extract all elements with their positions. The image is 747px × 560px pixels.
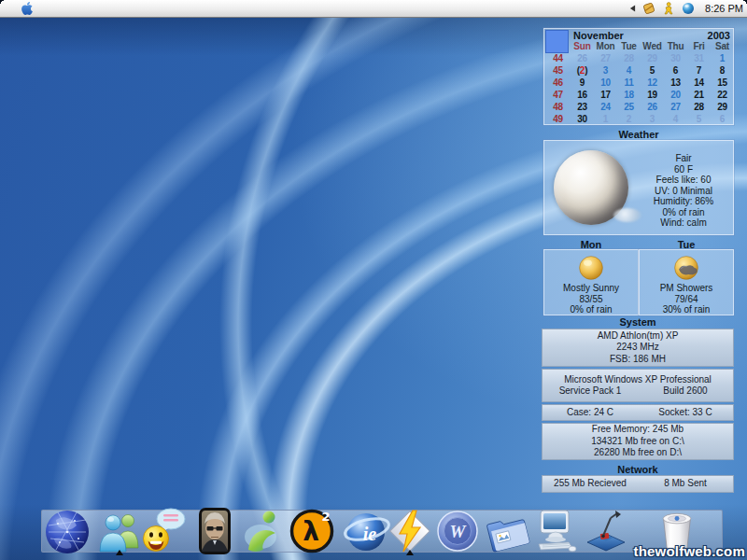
system-info-box: Case: 24 CSocket: 33 C [542, 404, 734, 421]
gold-badge-icon[interactable] [642, 2, 655, 15]
calendar-week-number: 44 [545, 52, 571, 64]
calendar-day: 30 [571, 113, 594, 125]
weather-line: Fair [638, 153, 729, 164]
system-info-pair: Case: 24 CSocket: 33 C [543, 407, 733, 419]
calendar-day: 23 [571, 101, 594, 113]
weather-line: 0% of rain [638, 207, 729, 218]
chat-smiley-icon[interactable] [140, 507, 189, 555]
my-computer-icon[interactable] [531, 507, 580, 555]
system-tray: 8:26 PM [629, 0, 743, 17]
calendar-day: 26 [571, 52, 594, 64]
winamp-icon[interactable] [386, 507, 434, 555]
weather-line: UV: 0 Minimal [638, 186, 729, 197]
weather-line: Wind: calm [638, 217, 729, 229]
calendar-day-header: Sat [711, 40, 734, 52]
running-man-icon[interactable] [662, 2, 675, 15]
network-sent: 8 Mb Sent [638, 478, 733, 490]
system-info-value: Build 2600 [638, 385, 733, 398]
svg-text:W: W [450, 522, 467, 541]
calendar-day: 6 [664, 64, 687, 77]
internet-explorer-icon[interactable]: ie [343, 507, 391, 555]
forecast-day-title: Tue [639, 239, 734, 250]
calendar-day-header: Thu [664, 40, 687, 52]
weather-title: Weather [543, 129, 734, 140]
calendar-week-number: 46 [545, 77, 571, 89]
collapse-arrow-icon[interactable] [629, 4, 636, 13]
weather-line: 60 F [638, 164, 729, 175]
network-widget: 255 Mb Recieved 8 Mb Sent [542, 475, 734, 493]
system-info-line: 134321 Mb free on C:\ [543, 436, 733, 448]
word-w-badge-icon[interactable]: W [433, 507, 482, 555]
svg-text:2: 2 [321, 510, 330, 524]
forecast-day-card: PM Showers79/6430% of rain [639, 249, 734, 315]
calendar-day-header: Fri [687, 40, 711, 52]
forecast-line: PM Showers [640, 283, 733, 294]
blue-orb-icon[interactable] [682, 2, 695, 15]
system-info-line: 2243 MHz [543, 342, 733, 354]
desk-lamp-tools-icon[interactable] [582, 507, 630, 555]
forecast-line: 0% of rain [544, 304, 638, 315]
forecast-line: 83/55 [544, 294, 638, 305]
calendar-day: 6 [711, 113, 734, 125]
kazaa-icon[interactable] [240, 507, 289, 555]
forecast-line: 79/64 [640, 294, 733, 305]
network-title: Network [542, 464, 734, 475]
calendar-day: 24 [594, 101, 617, 113]
network-received: 255 Mb Recieved [543, 478, 638, 490]
system-info-line: Free Memory: 245 Mb [543, 424, 733, 436]
apple-menu-icon[interactable] [21, 1, 34, 16]
calendar-day: 19 [641, 89, 664, 101]
calendar-week-number: 48 [545, 101, 571, 113]
weather-readings: Fair60 FFeels like: 60UV: 0 MinimalHumid… [638, 153, 729, 229]
calendar-day: 5 [687, 113, 711, 125]
sun-cloud-icon [672, 254, 700, 282]
system-title: System [542, 316, 734, 328]
pictures-folder-icon[interactable] [484, 507, 532, 555]
calendar-day: 28 [617, 52, 641, 64]
calendar-day: 7 [687, 64, 711, 77]
calendar-week-number: 49 [545, 113, 571, 125]
calendar-day: 25 [617, 101, 641, 113]
calendar-day: (2) [571, 64, 594, 77]
calendar-week-number: 45 [545, 64, 571, 77]
weather-widget: Fair60 FFeels like: 60UV: 0 MinimalHumid… [543, 140, 734, 235]
half-life-gman-icon[interactable] [190, 507, 239, 555]
running-indicator [406, 550, 414, 555]
system-info-value: Case: 24 C [543, 407, 638, 419]
weather-line: Humidity: 86% [638, 196, 729, 207]
calendar-day: 28 [687, 101, 711, 113]
calendar-day: 20 [664, 89, 687, 101]
calendar-day: 31 [687, 52, 711, 64]
svg-text:λ: λ [303, 516, 319, 547]
calendar-day: 21 [687, 89, 711, 101]
system-info-box: AMD Athlon(tm) XP2243 MHzFSB: 186 MH [542, 329, 734, 367]
running-indicator [116, 550, 123, 555]
calendar-day-header: Sun [571, 40, 594, 52]
calendar-day: 4 [617, 64, 641, 77]
calendar-day: 14 [687, 77, 711, 89]
svg-text:ie: ie [363, 524, 377, 544]
calendar-day: 2 [617, 113, 641, 125]
forecast-day-card: Mostly Sunny83/550% of rain [543, 249, 639, 315]
network-globe-icon[interactable] [43, 507, 92, 555]
calendar-day: 27 [594, 52, 617, 64]
forecast-line: 30% of rain [640, 304, 733, 315]
msn-messenger-icon[interactable] [95, 507, 144, 555]
half-life-2-lambda-icon[interactable]: λ2 [288, 507, 336, 555]
calendar-day: 12 [641, 77, 664, 89]
menu-bar-clock: 8:26 PM [705, 3, 743, 14]
watermark: thewolfweb.com [634, 543, 745, 559]
weather-line: Feels like: 60 [638, 175, 729, 186]
calendar-day: 3 [594, 64, 617, 77]
system-info-box: Free Memory: 245 Mb134321 Mb free on C:\… [542, 423, 734, 460]
calendar-day: 15 [711, 77, 734, 89]
menu-bar: 8:26 PM [0, 0, 747, 18]
calendar-day: 27 [664, 101, 687, 113]
calendar-day: 1 [711, 52, 734, 64]
forecast-day-text: PM Showers79/6430% of rain [640, 283, 733, 315]
system-info-line: FSB: 186 MH [543, 354, 733, 366]
system-info-box: Microsoft Windows XP ProfessionalService… [542, 369, 734, 402]
system-info-value: Socket: 33 C [638, 407, 733, 419]
moon-weather-icon [554, 150, 628, 225]
calendar-corner [545, 40, 571, 52]
